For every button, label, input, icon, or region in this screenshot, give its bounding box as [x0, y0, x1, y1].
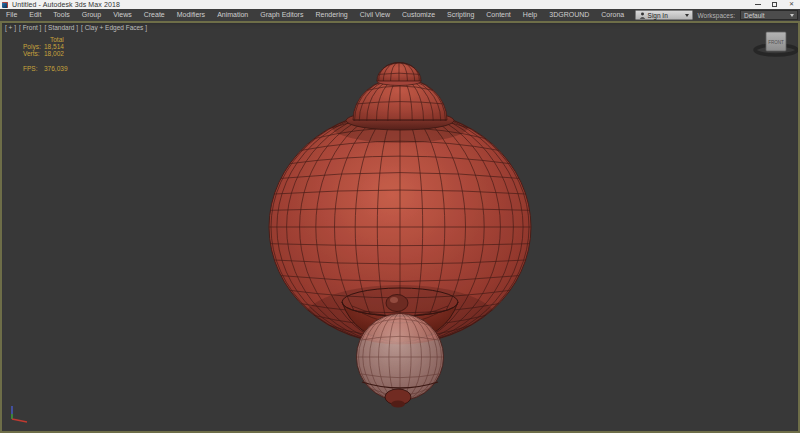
minimize-icon [755, 4, 761, 5]
3ds-max-window: Untitled - Autodesk 3ds Max 2018 ✕ File … [0, 0, 800, 433]
maximize-icon [772, 2, 777, 7]
menubar-right-group: Sign In Workspaces: Default [635, 10, 798, 20]
world-axis-gizmo [12, 406, 27, 422]
sign-in-label: Sign In [648, 12, 668, 19]
stats-polys-label: Polys: [23, 43, 42, 50]
stats-fps-value: 376,039 [44, 65, 68, 72]
titlebar: Untitled - Autodesk 3ds Max 2018 ✕ [0, 0, 800, 9]
menu-edit[interactable]: Edit [23, 9, 47, 21]
stats-verts-value: 18,002 [44, 50, 64, 57]
viewport-statistics: Total Polys: 18,514 Verts: 18,002 FPS: 3… [23, 36, 68, 72]
menu-rendering[interactable]: Rendering [309, 9, 353, 21]
viewport-canvas[interactable]: FRONT [0, 21, 800, 433]
stats-fps-label: FPS: [23, 65, 42, 72]
viewcube[interactable]: FRONT [755, 32, 797, 55]
sign-in-button[interactable]: Sign In [635, 10, 693, 20]
window-controls: ✕ [749, 0, 800, 9]
menu-graph-editors[interactable]: Graph Editors [254, 9, 309, 21]
viewport-menu-label[interactable]: [ + ] [5, 24, 16, 31]
viewport-render-level-label[interactable]: [ Standard ] [44, 24, 78, 31]
menu-3dground[interactable]: 3DGROUND [543, 9, 595, 21]
menu-tools[interactable]: Tools [47, 9, 75, 21]
axis-x-icon [12, 419, 27, 422]
close-icon: ✕ [789, 0, 794, 9]
window-title: Untitled - Autodesk 3ds Max 2018 [12, 0, 120, 9]
menu-corona[interactable]: Corona [595, 9, 630, 21]
menu-customize[interactable]: Customize [396, 9, 441, 21]
menu-group[interactable]: Group [76, 9, 107, 21]
workspace-value: Default [744, 12, 765, 19]
minimize-button[interactable] [749, 0, 766, 9]
stats-polys-value: 18,514 [44, 43, 64, 50]
menu-civil-view[interactable]: Civil View [354, 9, 396, 21]
maximize-button[interactable] [766, 0, 783, 9]
menu-create[interactable]: Create [138, 9, 171, 21]
viewport-label-bar: [ + ] [ Front ] [ Standard ] [ Clay + Ed… [5, 24, 147, 31]
viewport: [ + ] [ Front ] [ Standard ] [ Clay + Ed… [0, 21, 800, 433]
menu-views[interactable]: Views [107, 9, 138, 21]
workspace-dropdown[interactable]: Default [740, 10, 798, 20]
viewport-shading-label[interactable]: [ Clay + Edged Faces ] [81, 24, 147, 31]
chevron-down-icon [790, 14, 794, 17]
menu-file[interactable]: File [0, 9, 23, 21]
menu-scripting[interactable]: Scripting [441, 9, 480, 21]
app-icon [2, 2, 8, 8]
chevron-down-icon [685, 14, 689, 17]
menu-modifiers[interactable]: Modifiers [171, 9, 211, 21]
viewcube-front-face-label: FRONT [768, 40, 784, 45]
workspaces-label: Workspaces: [698, 12, 735, 19]
menubar: File Edit Tools Group Views Create Modif… [0, 9, 800, 21]
menu-animation[interactable]: Animation [211, 9, 254, 21]
menu-content[interactable]: Content [480, 9, 517, 21]
viewport-view-label[interactable]: [ Front ] [19, 24, 41, 31]
user-icon [639, 12, 646, 19]
stats-total-label: Total [50, 36, 64, 43]
close-button[interactable]: ✕ [783, 0, 800, 9]
stats-verts-label: Verts: [23, 50, 42, 57]
menu-help[interactable]: Help [517, 9, 543, 21]
